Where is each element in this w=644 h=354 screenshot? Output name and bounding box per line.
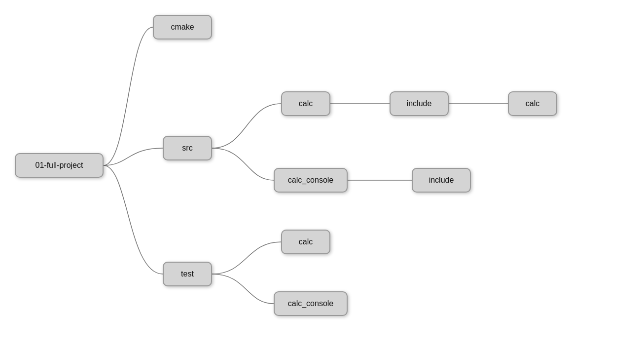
node-src: src — [163, 136, 212, 160]
node-test-calc: calc — [281, 230, 330, 254]
node-test: test — [163, 262, 212, 286]
node-src-calc: calc — [281, 91, 330, 116]
node-cmake: cmake — [153, 15, 212, 39]
node-src-calc-include-calc: calc — [508, 91, 557, 116]
node-src-calc-console: calc_console — [274, 168, 348, 193]
node-root: 01-full-project — [15, 153, 104, 178]
node-src-calc-include: include — [390, 91, 449, 116]
diagram-container: 01-full-project cmake src test calc calc… — [0, 0, 644, 354]
node-test-calc-console: calc_console — [274, 291, 348, 316]
node-src-calc-console-include: include — [412, 168, 471, 193]
